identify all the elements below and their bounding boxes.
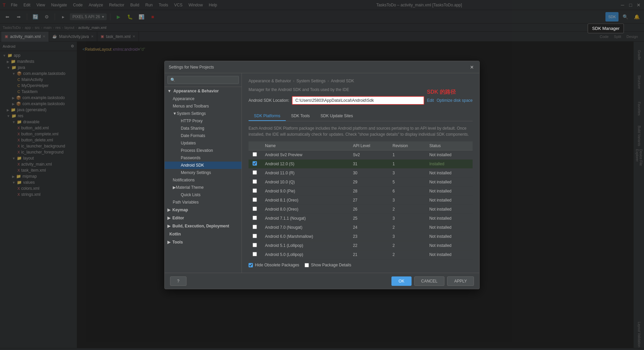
settings-search-input[interactable] xyxy=(167,76,239,84)
row-name-6: Android 8.0 (Oreo) xyxy=(261,205,349,214)
sdk-tab-update-sites[interactable]: SDK Update Sites xyxy=(315,112,359,121)
show-details-checkbox[interactable] xyxy=(305,263,309,267)
table-row: Android 8.0 (Oreo) 26 2 Not installed xyxy=(249,205,473,214)
item-label-process-elevation: Process Elevation xyxy=(181,148,213,153)
row-revision-3: 5 xyxy=(388,178,425,187)
dialog-close-button[interactable]: ✕ xyxy=(469,64,475,71)
cancel-button[interactable]: CANCEL xyxy=(414,276,445,286)
settings-item-android-sdk[interactable]: Android SDK xyxy=(165,162,241,169)
table-row: Android 9.0 (Pie) 28 6 Not installed xyxy=(249,187,473,196)
settings-group-tools[interactable]: ▶ Tools xyxy=(165,238,241,246)
col-revision[interactable]: Revision xyxy=(388,141,425,150)
row-checkbox-4[interactable] xyxy=(253,188,257,193)
row-checkbox-0[interactable] xyxy=(253,152,257,157)
row-checkbox-11[interactable] xyxy=(253,252,257,256)
row-status-8: Not installed xyxy=(425,223,473,232)
settings-item-updates[interactable]: Updates xyxy=(165,139,241,147)
sdk-table-header: Name API Level Revision Status xyxy=(249,141,473,150)
settings-right-panel: Appearance & Behavior › System Settings … xyxy=(242,73,479,273)
sdk-optimize-link[interactable]: Optimize disk space xyxy=(437,98,473,103)
apply-button[interactable]: APPLY xyxy=(447,276,474,286)
row-checkbox-8[interactable] xyxy=(253,225,257,229)
sdk-tab-platforms[interactable]: SDK Platforms xyxy=(249,112,286,121)
row-status-9: Not installed xyxy=(425,232,473,241)
row-revision-1: 1 xyxy=(388,160,425,169)
sdk-location-row: Android SDK Location: Edit Optimize disk… xyxy=(249,96,473,105)
settings-group-build[interactable]: ▶ Build, Execution, Deployment xyxy=(165,222,241,230)
row-status-1: Installed xyxy=(425,160,473,169)
settings-group-appearance[interactable]: ▼ Appearance & Behavior xyxy=(165,87,241,95)
row-checkbox-1[interactable] xyxy=(253,161,257,166)
row-revision-4: 6 xyxy=(388,187,425,196)
item-label-path-variables: Path Variables xyxy=(173,200,199,205)
sdk-edit-link[interactable]: Edit xyxy=(427,98,434,103)
show-details-text: Show Package Details xyxy=(311,263,351,267)
settings-item-path-variables[interactable]: Path Variables xyxy=(165,199,241,206)
row-checkbox-6[interactable] xyxy=(253,207,257,211)
sdk-annotation-text: SDK 的路径 xyxy=(427,89,456,96)
row-status-2: Not installed xyxy=(425,169,473,178)
item-label-http-proxy: HTTP Proxy xyxy=(181,119,203,123)
row-checkbox-7[interactable] xyxy=(253,216,257,220)
settings-group-kotlin[interactable]: Kotlin xyxy=(165,230,241,238)
breadcrumb-item-ab[interactable]: Appearance & Behavior xyxy=(249,79,291,83)
row-checkbox-2[interactable] xyxy=(253,170,257,175)
row-api-2: 30 xyxy=(349,169,388,178)
row-name-0: Android Sv2 Preview xyxy=(261,150,349,160)
sdk-location-input[interactable] xyxy=(292,96,424,105)
sdk-tabs: SDK Platforms SDK Tools SDK Update Sites xyxy=(249,112,473,121)
group-label-tools: Tools xyxy=(172,240,183,245)
col-checkbox xyxy=(249,141,261,150)
settings-group-editor[interactable]: ▶ Editor xyxy=(165,214,241,222)
show-details-label[interactable]: Show Package Details xyxy=(305,263,351,267)
settings-item-system[interactable]: ▼ System Settings xyxy=(165,110,241,117)
expand-arrow-sys: ▼ xyxy=(173,111,177,116)
settings-item-quick-lists[interactable]: Quick Lists xyxy=(165,191,241,199)
settings-item-data-sharing[interactable]: Data Sharing xyxy=(165,125,241,132)
help-button[interactable]: ? xyxy=(170,276,186,286)
row-name-4: Android 9.0 (Pie) xyxy=(261,187,349,196)
settings-breadcrumb: Appearance & Behavior › System Settings … xyxy=(249,79,473,83)
settings-item-material-theme[interactable]: ▶ Material Theme xyxy=(165,184,241,191)
row-checkbox-9[interactable] xyxy=(253,234,257,238)
group-label-editor: Editor xyxy=(172,216,184,220)
settings-item-menus[interactable]: Menus and Toolbars xyxy=(165,102,241,110)
row-checkbox-10[interactable] xyxy=(253,243,257,247)
settings-item-process-elevation[interactable]: Process Elevation xyxy=(165,147,241,154)
row-status-6: Not installed xyxy=(425,205,473,214)
row-checkbox-3[interactable] xyxy=(253,179,257,184)
row-checkbox-5[interactable] xyxy=(253,198,257,202)
row-status-5: Not installed xyxy=(425,196,473,205)
sdk-table-body: Android Sv2 Preview Sv2 1 Not installed … xyxy=(249,150,473,259)
settings-item-date-formats[interactable]: Date Formats xyxy=(165,132,241,139)
settings-group-keymap[interactable]: ▶ Keymap xyxy=(165,206,241,214)
item-label-system: System Settings xyxy=(177,111,206,116)
col-status[interactable]: Status xyxy=(425,141,473,150)
ok-button[interactable]: OK xyxy=(391,276,411,286)
sdk-platforms-table: Name API Level Revision Status Android S… xyxy=(249,141,473,259)
row-name-9: Android 6.0 (Marshmallow) xyxy=(261,232,349,241)
row-api-1: 31 xyxy=(349,160,388,169)
col-name[interactable]: Name xyxy=(261,141,349,150)
col-api[interactable]: API Level xyxy=(349,141,388,150)
dialog-buttons: ? OK CANCEL APPLY xyxy=(165,273,479,289)
row-revision-10: 2 xyxy=(388,241,425,250)
group-label-keymap: Keymap xyxy=(172,208,188,212)
settings-item-http-proxy[interactable]: HTTP Proxy xyxy=(165,117,241,125)
item-label-memory-settings: Memory Settings xyxy=(181,170,211,175)
breadcrumb-sep-2: › xyxy=(327,79,329,83)
settings-item-notifications[interactable]: Notifications xyxy=(165,176,241,184)
settings-item-appearance[interactable]: Appearance xyxy=(165,95,241,102)
hide-obsolete-checkbox[interactable] xyxy=(249,263,253,267)
row-revision-2: 3 xyxy=(388,169,425,178)
row-name-10: Android 5.1 (Lollipop) xyxy=(261,241,349,250)
hide-obsolete-label[interactable]: Hide Obsolete Packages xyxy=(249,263,299,267)
item-label-date-formats: Date Formats xyxy=(181,133,205,138)
row-api-6: 26 xyxy=(349,205,388,214)
settings-item-passwords[interactable]: Passwords xyxy=(165,154,241,162)
row-api-8: 24 xyxy=(349,223,388,232)
expand-arrow: ▼ xyxy=(167,89,171,93)
settings-item-memory-settings[interactable]: Memory Settings xyxy=(165,169,241,176)
breadcrumb-item-sys[interactable]: System Settings xyxy=(297,79,326,83)
sdk-tab-tools[interactable]: SDK Tools xyxy=(286,112,315,121)
